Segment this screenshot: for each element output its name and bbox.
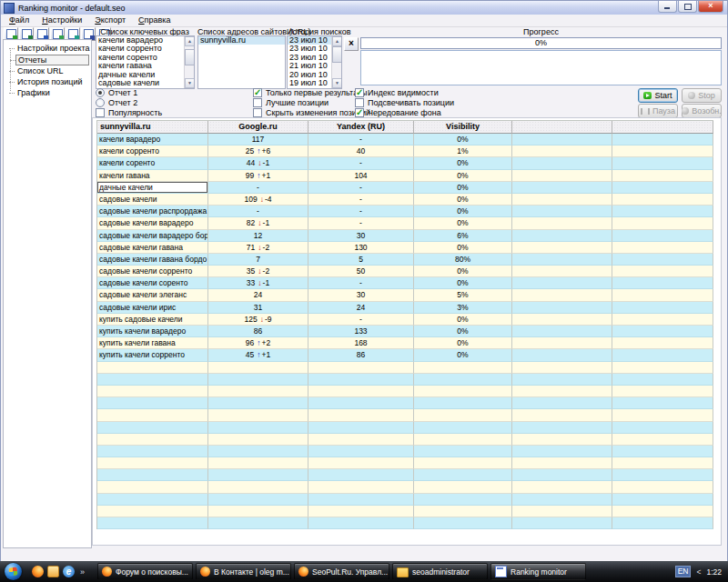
taskbar-clock[interactable]: 1:22	[706, 567, 722, 577]
empty-cell[interactable]	[308, 469, 414, 481]
empty-cell[interactable]	[612, 337, 713, 349]
keyword-cell[interactable]: садовые качели гавана бордо	[97, 254, 208, 266]
empty-cell[interactable]	[208, 362, 308, 374]
visibility-cell[interactable]: 0%	[414, 266, 512, 277]
keyword-cell[interactable]: дачные качели	[97, 182, 208, 194]
empty-cell[interactable]	[612, 134, 713, 146]
empty-cell[interactable]	[414, 517, 512, 529]
yandex-position-cell[interactable]: 40	[308, 146, 414, 157]
mail-icon[interactable]	[47, 566, 59, 577]
empty-cell[interactable]	[414, 422, 512, 434]
table-row[interactable]	[97, 481, 713, 493]
empty-cell[interactable]	[308, 434, 414, 446]
scroll-up-icon[interactable]: ▲	[185, 36, 195, 46]
table-row[interactable]: садовые качели сорренто35↓-2500%	[97, 266, 713, 277]
keyword-list-item[interactable]: качели варадеро	[96, 36, 185, 45]
yandex-position-cell[interactable]: 104	[308, 170, 414, 182]
column-header-empty-1[interactable]	[512, 121, 612, 134]
table-row[interactable]: садовые качели варадеро82↓-1-0%	[97, 217, 713, 229]
keyword-list-item[interactable]: качели гавана	[96, 62, 185, 70]
google-position-cell[interactable]: -	[208, 182, 308, 194]
empty-cell[interactable]	[97, 506, 208, 517]
visibility-cell[interactable]: 0%	[414, 182, 512, 194]
table-row[interactable]: садовые качели соренто33↓-1-0%	[97, 277, 713, 289]
close-button[interactable]: ×	[698, 1, 723, 13]
empty-cell[interactable]	[512, 182, 612, 194]
google-position-cell[interactable]: 35↓-2	[208, 266, 308, 277]
empty-cell[interactable]	[512, 314, 612, 326]
keyword-cell[interactable]: садовые качели	[97, 194, 208, 206]
empty-cell[interactable]	[308, 481, 414, 493]
stop-button[interactable]: Stop	[682, 88, 722, 103]
log-output-box[interactable]	[360, 50, 722, 85]
visibility-cell[interactable]: 0%	[414, 170, 512, 182]
empty-cell[interactable]	[414, 506, 512, 517]
keyword-cell[interactable]: садовые качели ирис	[97, 302, 208, 314]
empty-cell[interactable]	[512, 326, 612, 337]
table-row[interactable]: садовые качели элеганс24305%	[97, 289, 713, 301]
scroll-down-icon[interactable]: ▼	[332, 78, 342, 88]
history-list-item[interactable]: 20 июл 10	[288, 71, 332, 79]
empty-cell[interactable]	[612, 230, 713, 242]
keyword-list-item[interactable]: дачные качели	[96, 71, 185, 79]
empty-cell[interactable]	[512, 266, 612, 277]
table-row[interactable]: купить качели гавана96↑+21680%	[97, 337, 713, 349]
empty-cell[interactable]	[512, 446, 612, 457]
empty-cell[interactable]	[97, 409, 208, 421]
empty-cell[interactable]	[308, 397, 414, 409]
empty-cell[interactable]	[308, 422, 414, 434]
empty-cell[interactable]	[512, 469, 612, 481]
ie-icon[interactable]: e	[63, 566, 75, 577]
keyword-cell[interactable]: садовые качели варадеро	[97, 217, 208, 229]
keyword-list-item[interactable]: качели сорренто	[96, 45, 185, 53]
taskbar-button[interactable]: В Контакте | oleg m...	[196, 563, 291, 580]
empty-cell[interactable]	[612, 182, 713, 194]
empty-cell[interactable]	[512, 217, 612, 229]
language-indicator[interactable]: EN	[675, 566, 692, 577]
empty-cell[interactable]	[308, 494, 414, 506]
empty-cell[interactable]	[208, 409, 308, 421]
keyword-cell[interactable]: садовые качели варадеро бордо	[97, 230, 208, 242]
taskbar-button[interactable]: seoadministrator	[392, 563, 488, 580]
empty-cell[interactable]	[512, 494, 612, 506]
empty-cell[interactable]	[512, 397, 612, 409]
empty-cell[interactable]	[612, 157, 713, 169]
visibility-cell[interactable]: 0%	[414, 206, 512, 217]
google-position-cell[interactable]: 12	[208, 230, 308, 242]
table-row[interactable]: купить садовые качели125↓-9-0%	[97, 314, 713, 326]
visibility-cell[interactable]: 0%	[414, 314, 512, 326]
empty-cell[interactable]	[512, 277, 612, 289]
empty-cell[interactable]	[612, 326, 713, 337]
empty-cell[interactable]	[612, 434, 713, 446]
empty-cell[interactable]	[612, 362, 713, 374]
menu-settings[interactable]: Настройки	[35, 15, 88, 26]
checkbox-option[interactable]: Подсвечивать позиции	[355, 98, 454, 106]
yandex-position-cell[interactable]: 133	[308, 326, 414, 337]
visibility-cell[interactable]: 1%	[414, 146, 512, 157]
radio-option[interactable]: Отчет 2	[96, 98, 162, 106]
menu-file[interactable]: Файл	[3, 15, 35, 26]
empty-cell[interactable]	[97, 469, 208, 481]
visibility-cell[interactable]: 80%	[414, 254, 512, 266]
google-position-cell[interactable]: 117	[208, 134, 308, 146]
empty-cell[interactable]	[97, 362, 208, 374]
google-position-cell[interactable]: 44↓-1	[208, 157, 308, 169]
empty-cell[interactable]	[612, 146, 713, 157]
empty-cell[interactable]	[512, 146, 612, 157]
table-row[interactable]: садовые качели распрордажа--0%	[97, 206, 713, 217]
empty-cell[interactable]	[612, 469, 713, 481]
empty-cell[interactable]	[308, 409, 414, 421]
keyword-cell[interactable]: качели сорренто	[97, 146, 208, 157]
empty-cell[interactable]	[612, 277, 713, 289]
empty-cell[interactable]	[512, 457, 612, 469]
empty-cell[interactable]	[97, 481, 208, 493]
keyword-cell[interactable]: садовые качели сорренто	[97, 266, 208, 277]
empty-cell[interactable]	[512, 386, 612, 397]
checkbox-checked-icon[interactable]: ✓	[253, 88, 262, 97]
empty-cell[interactable]	[612, 457, 713, 469]
sidebar-item[interactable]: История позиций	[15, 77, 89, 86]
checkbox-unchecked-icon[interactable]	[355, 98, 364, 107]
google-position-cell[interactable]: 25↑+6	[208, 146, 308, 157]
empty-cell[interactable]	[512, 409, 612, 421]
empty-cell[interactable]	[612, 194, 713, 206]
